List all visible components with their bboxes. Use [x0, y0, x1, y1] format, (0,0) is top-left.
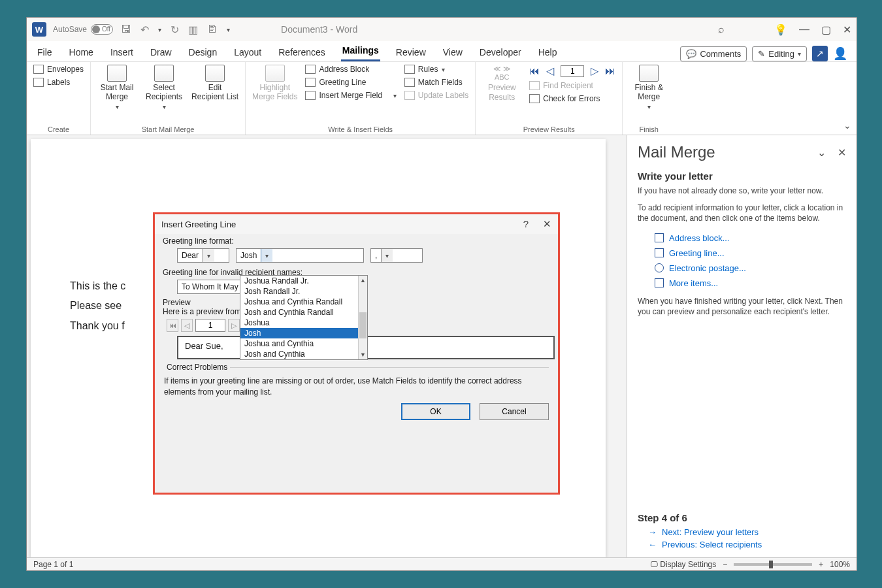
last-record-icon[interactable]: ⏭ [605, 65, 615, 77]
edit-recipient-list-button[interactable]: Edit Recipient List [191, 65, 238, 102]
check-errors-button[interactable]: Check for Errors [529, 94, 615, 103]
first-record-icon[interactable]: ⏮ [529, 65, 540, 77]
dropdown-option[interactable]: Joshua and Cynthia [240, 338, 367, 349]
tab-view[interactable]: View [442, 43, 464, 61]
dropdown-option[interactable]: Josh and Cynthia Randall [240, 307, 367, 318]
tab-design[interactable]: Design [188, 43, 219, 61]
address-block-link[interactable]: Address block... [655, 233, 846, 243]
highlight-icon [265, 65, 285, 82]
share-button[interactable]: ↗ [812, 46, 828, 61]
scroll-up-icon[interactable]: ▲ [359, 276, 367, 285]
tab-home[interactable]: Home [68, 43, 95, 61]
zoom-slider[interactable] [734, 563, 812, 566]
minimize-button[interactable]: — [799, 24, 809, 35]
chevron-down-icon[interactable]: ▾ [158, 26, 161, 33]
more-items-link[interactable]: More items... [655, 278, 846, 288]
qat-icon[interactable]: ▥ [188, 24, 198, 36]
greeting-line-button[interactable]: Greeting Line [305, 78, 396, 87]
page-indicator[interactable]: Page 1 of 1 [33, 560, 73, 569]
rules-button[interactable]: Rules ▾ [404, 65, 468, 74]
record-navigator[interactable]: ⏮ ◁ ▷ ⏭ [529, 65, 615, 77]
salutation-combo[interactable]: Dear▾ [177, 248, 229, 263]
close-icon[interactable]: ✕ [543, 218, 551, 230]
chevron-down-icon[interactable]: ⌄ [817, 146, 826, 159]
close-icon[interactable]: ✕ [838, 146, 846, 159]
toggle-switch[interactable]: Off [91, 24, 113, 35]
tab-references[interactable]: References [277, 43, 327, 61]
insert-merge-field-button[interactable]: Insert Merge Field ▾ [305, 91, 396, 100]
ribbon-tabs: File Home Insert Draw Design Layout Refe… [27, 41, 857, 62]
next-record-button[interactable]: ▷ [228, 319, 240, 332]
dialog-titlebar[interactable]: Insert Greeting Line ? ✕ [155, 214, 558, 234]
chevron-down-icon[interactable]: ▾ [203, 249, 214, 262]
envelopes-button[interactable]: Envelopes [33, 65, 84, 74]
chevron-down-icon[interactable]: ▾ [227, 26, 230, 33]
step-label: Step 4 of 6 [638, 512, 846, 523]
save-icon[interactable]: 🖫 [121, 24, 131, 35]
dropdown-option[interactable]: Josh Randall Jr. [240, 286, 367, 297]
dropdown-option-selected[interactable]: Josh [240, 328, 367, 338]
maximize-button[interactable]: ▢ [821, 24, 831, 36]
tab-file[interactable]: File [36, 43, 54, 61]
finish-icon [639, 65, 659, 82]
dropdown-scrollbar[interactable]: ▲ ▼ [358, 276, 367, 359]
select-recipients-button[interactable]: Select Recipients▾ [144, 65, 184, 111]
undo-icon[interactable]: ↶ [140, 24, 149, 36]
dropdown-option[interactable]: Joshua Randall Jr. [240, 276, 367, 286]
editing-mode-button[interactable]: ✎ Editing ▾ [752, 46, 807, 61]
labels-button[interactable]: Labels [33, 78, 84, 87]
zoom-in-button[interactable]: + [819, 560, 823, 569]
zoom-out-button[interactable]: − [723, 560, 727, 569]
next-step-link[interactable]: →Next: Preview your letters [648, 527, 846, 537]
help-icon[interactable]: ? [523, 218, 529, 230]
close-button[interactable]: ✕ [843, 24, 851, 36]
preview-record-input[interactable] [195, 319, 225, 332]
address-block-button[interactable]: Address Block [305, 65, 396, 74]
prev-record-icon[interactable]: ◁ [546, 65, 554, 77]
zoom-level[interactable]: 100% [830, 560, 850, 569]
next-record-icon[interactable]: ▷ [591, 65, 598, 77]
dropdown-option[interactable]: Joshua [240, 318, 367, 328]
cancel-button[interactable]: Cancel [480, 403, 549, 420]
name-format-combo[interactable]: Josh▾ [236, 248, 364, 263]
quick-access-toolbar: 🖫 ↶ ▾ ↻ ▥ 🖹 ▾ [121, 24, 230, 36]
comments-button[interactable]: 💬 Comments [680, 46, 747, 61]
display-settings-button[interactable]: 🖵 Display Settings [650, 560, 716, 569]
scroll-thumb[interactable] [359, 312, 367, 338]
mail-merge-pane: Mail Merge ⌄✕ Write your letter If you h… [627, 135, 857, 557]
dropdown-option[interactable]: Joshua and Cynthia Randall [240, 297, 367, 307]
autosave-toggle[interactable]: AutoSave Off [53, 24, 113, 35]
tab-developer[interactable]: Developer [478, 43, 523, 61]
redo-icon[interactable]: ↻ [171, 24, 179, 36]
tab-help[interactable]: Help [537, 43, 559, 61]
tab-insert[interactable]: Insert [109, 43, 135, 61]
prev-step-link[interactable]: ←Previous: Select recipients [648, 540, 846, 549]
chevron-down-icon[interactable]: ▾ [381, 249, 393, 262]
help-icon[interactable]: 💡 [774, 24, 787, 36]
ok-button[interactable]: OK [401, 403, 470, 420]
scroll-down-icon[interactable]: ▼ [359, 350, 367, 359]
tab-review[interactable]: Review [395, 43, 427, 61]
electronic-postage-link[interactable]: Electronic postage... [655, 263, 846, 273]
start-mail-merge-button[interactable]: Start Mail Merge▾ [97, 65, 137, 111]
ribbon: Envelopes Labels Create Start Mail Merge… [27, 62, 857, 135]
dropdown-option[interactable]: Josh and Cynthia [240, 349, 367, 359]
tab-layout[interactable]: Layout [233, 43, 263, 61]
dialog-title: Insert Greeting Line [161, 220, 236, 229]
chevron-down-icon[interactable]: ▾ [261, 249, 272, 262]
collapse-ribbon-icon[interactable]: ⌄ [843, 120, 851, 131]
tab-mailings[interactable]: Mailings [341, 41, 380, 61]
qat-icon[interactable]: 🖹 [207, 24, 218, 35]
punctuation-combo[interactable]: ,▾ [370, 248, 423, 263]
name-format-dropdown[interactable]: Joshua Randall Jr. Josh Randall Jr. Josh… [240, 275, 368, 360]
tab-draw[interactable]: Draw [149, 43, 173, 61]
finish-merge-button[interactable]: Finish & Merge▾ [629, 65, 668, 111]
find-icon [529, 81, 540, 90]
find-recipient-button: Find Recipient [529, 81, 615, 90]
match-fields-button[interactable]: Match Fields [404, 78, 468, 87]
greeting-line-link[interactable]: Greeting line... [655, 248, 846, 258]
record-number-input[interactable] [561, 65, 584, 77]
account-icon[interactable]: 👤 [833, 46, 847, 61]
search-icon[interactable]: ⌕ [718, 24, 725, 35]
group-label: Preview Results [482, 124, 615, 133]
